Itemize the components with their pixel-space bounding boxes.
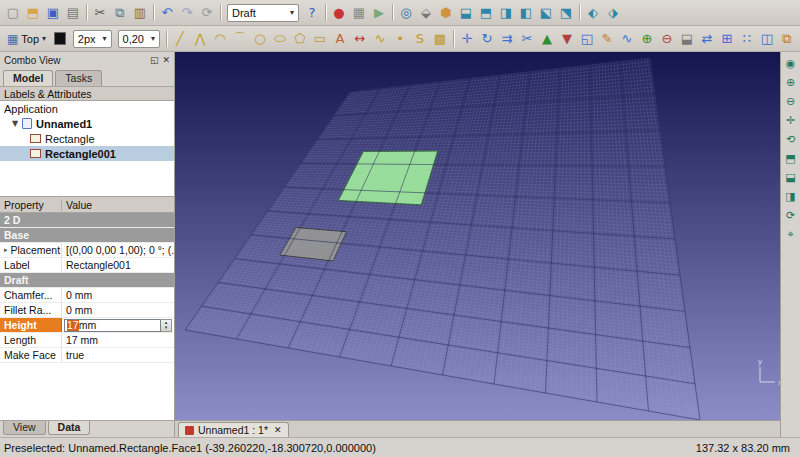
draft-clone-icon[interactable]: ⧉ — [777, 29, 797, 49]
refresh-icon[interactable]: ⟳ — [197, 3, 217, 23]
draft-upgrade-icon[interactable]: ▲ — [537, 29, 557, 49]
property-row-chamfer[interactable]: Chamfer... 0 mm — [0, 288, 174, 303]
draft-text-icon[interactable]: A — [330, 29, 350, 49]
property-row-height[interactable]: Height 17 mm ▴ ▾ — [0, 318, 174, 333]
close-tab-icon[interactable]: ✕ — [274, 425, 282, 435]
clip-plane-icon[interactable]: ⬖ — [583, 3, 603, 23]
draft-bspline-icon[interactable]: ∿ — [370, 29, 390, 49]
tab-model[interactable]: Model — [3, 70, 53, 86]
draft-rectangle-icon[interactable]: ▭ — [310, 29, 330, 49]
draft-point-icon[interactable]: • — [390, 29, 410, 49]
draft-move-icon[interactable]: ✛ — [457, 29, 477, 49]
top-view-icon[interactable]: ⬒ — [476, 3, 496, 23]
3d-viewport[interactable]: yx — [175, 52, 780, 420]
draft-fillet-icon[interactable]: ◠ — [210, 29, 230, 49]
right-view-icon[interactable]: ◨ — [496, 3, 516, 23]
draft-trimex-icon[interactable]: ✂ — [517, 29, 537, 49]
axis-cross-icon[interactable]: ⌖ — [783, 226, 799, 242]
left-view-icon[interactable]: ⬔ — [556, 3, 576, 23]
tree-item-rectangle001[interactable]: Rectangle001 — [0, 146, 174, 161]
draft-array-icon[interactable]: ⊞ — [717, 29, 737, 49]
draft-edit-icon[interactable]: ✎ — [597, 29, 617, 49]
draft-polygon-icon[interactable]: ⬠ — [290, 29, 310, 49]
draft-to-sketch-icon[interactable]: ⇄ — [697, 29, 717, 49]
paste-icon[interactable]: ▥ — [130, 3, 150, 23]
draft-path-array-icon[interactable]: ∷ — [737, 29, 757, 49]
draft-facebinder-icon[interactable]: ▩ — [430, 29, 450, 49]
texture-view-icon[interactable]: ⬗ — [603, 3, 623, 23]
pan-icon[interactable]: ✛ — [783, 112, 799, 128]
copy-icon[interactable]: ⧉ — [110, 3, 130, 23]
view-top-icon[interactable]: ⬒ — [783, 150, 799, 166]
tab-tasks[interactable]: Tasks — [55, 70, 102, 86]
view-front-icon[interactable]: ⬓ — [783, 169, 799, 185]
view-right-icon[interactable]: ◨ — [783, 188, 799, 204]
document-tab[interactable]: Unnamed1 : 1* ✕ — [178, 422, 289, 437]
macro-record-icon[interactable]: ● — [329, 3, 349, 23]
view-top-icon: ⬒ — [785, 152, 795, 165]
draft-scale-icon[interactable]: ◱ — [577, 29, 597, 49]
sync-view-icon[interactable]: ⟳ — [783, 207, 799, 223]
property-row-label[interactable]: Label Rectangle001 — [0, 258, 174, 273]
save-document-icon[interactable]: ▣ — [43, 3, 63, 23]
draft-delete-point-icon[interactable]: ⊖ — [657, 29, 677, 49]
macros-icon[interactable]: ▦ — [349, 3, 369, 23]
draft-downgrade-icon[interactable]: ▼ — [557, 29, 577, 49]
draft-dimension-icon[interactable]: ↔ — [350, 29, 370, 49]
tree-item-rectangle[interactable]: Rectangle — [0, 131, 174, 146]
line-width-select[interactable]: 2px ▾ — [73, 30, 112, 48]
axonometric-view-icon[interactable]: ⬢ — [436, 3, 456, 23]
draft-circle-icon[interactable]: ○ — [250, 29, 270, 49]
property-row-fillet[interactable]: Fillet Ra... 0 mm — [0, 303, 174, 318]
draw-style-icon[interactable]: ⬙ — [416, 3, 436, 23]
undo-icon[interactable]: ↶ — [157, 3, 177, 23]
redo-icon[interactable]: ↷ — [177, 3, 197, 23]
height-input[interactable]: 17 mm — [64, 319, 161, 332]
draft-mirror-icon[interactable]: ◫ — [757, 29, 777, 49]
height-spinner[interactable]: ▴ ▾ — [161, 319, 172, 332]
workbench-selector[interactable]: Draft ▾ — [227, 4, 299, 22]
zoom-fit-icon[interactable]: ◉ — [783, 55, 799, 71]
tree-item-document[interactable]: ▼ Unnamed1 — [0, 116, 174, 131]
bottom-view-icon[interactable]: ⬕ — [536, 3, 556, 23]
print-icon: ▤ — [67, 5, 79, 20]
draft-arc-icon[interactable]: ⌒ — [230, 29, 250, 49]
draft-add-point-icon[interactable]: ⊕ — [637, 29, 657, 49]
zoom-in-icon[interactable]: ⊕ — [783, 74, 799, 90]
zoom-out-icon[interactable]: ⊖ — [783, 93, 799, 109]
draft-offset-icon: ⇉ — [502, 31, 513, 46]
property-row-placement[interactable]: ▸Placement [(0,00 0,00 1,00); 0 °; (... — [0, 243, 174, 258]
draft-polyline-icon[interactable]: ⋀ — [190, 29, 210, 49]
draft-shapestring-icon[interactable]: S — [410, 29, 430, 49]
front-view-icon[interactable]: ⬓ — [456, 3, 476, 23]
tab-data[interactable]: Data — [48, 421, 91, 435]
expander-icon[interactable]: ▸ — [4, 246, 8, 254]
open-document-icon[interactable]: ⬒ — [23, 3, 43, 23]
close-panel-icon[interactable]: ✕ — [162, 55, 170, 65]
rear-view-icon[interactable]: ◧ — [516, 3, 536, 23]
expander-icon[interactable]: ▼ — [12, 119, 22, 128]
float-panel-icon[interactable]: ◱ — [150, 55, 159, 65]
draft-line-icon[interactable]: ╱ — [170, 29, 190, 49]
working-plane-button[interactable]: ▦ Top ▾ — [3, 29, 50, 49]
cut-icon[interactable]: ✂ — [90, 3, 110, 23]
orbit-icon[interactable]: ⟲ — [783, 131, 799, 147]
draft-rotate-icon[interactable]: ↻ — [477, 29, 497, 49]
whats-this-icon: ? — [309, 5, 316, 20]
draft-wire-to-bspline-icon[interactable]: ∿ — [617, 29, 637, 49]
property-row-makeface[interactable]: Make Face true — [0, 348, 174, 363]
draft-offset-icon[interactable]: ⇉ — [497, 29, 517, 49]
draft-ellipse-icon[interactable]: ⬭ — [270, 29, 290, 49]
undo-icon: ↶ — [162, 5, 173, 20]
property-row-length[interactable]: Length 17 mm — [0, 333, 174, 348]
fit-all-icon[interactable]: ◎ — [396, 3, 416, 23]
new-document-icon[interactable]: ▢ — [3, 3, 23, 23]
draft-shape2dview-icon[interactable]: ⬓ — [677, 29, 697, 49]
tab-view[interactable]: View — [3, 421, 46, 435]
print-icon[interactable]: ▤ — [63, 3, 83, 23]
tree-item-application[interactable]: Application — [0, 101, 174, 116]
whats-this-icon[interactable]: ? — [302, 3, 322, 23]
macro-play-icon[interactable]: ▶ — [369, 3, 389, 23]
line-color-swatch[interactable] — [54, 32, 66, 45]
scale-select[interactable]: 0,20 ▾ — [118, 30, 160, 48]
